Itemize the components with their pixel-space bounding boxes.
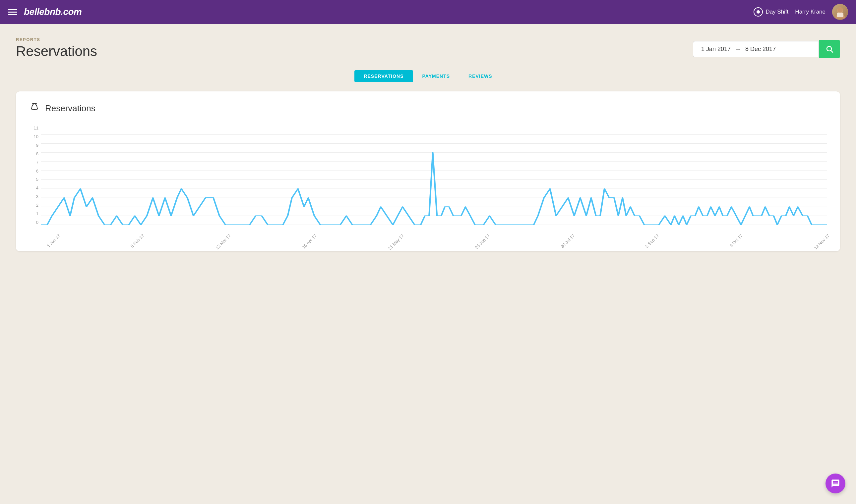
page-header: REPORTS Reservations 1 Jan 2017 → 8 Dec … [16,37,840,59]
chart-svg [41,126,827,225]
bell-icon [29,102,40,115]
tabs-row: RESERVATIONS PAYMENTS REVIEWS [16,70,840,82]
tab-reservations[interactable]: RESERVATIONS [355,70,413,82]
search-icon [825,45,834,53]
sun-icon [754,7,763,17]
app-header: bellebnb.com Day Shift Harry Krane [0,0,856,24]
svg-rect-6 [33,109,35,110]
chat-fab-button[interactable] [825,473,845,493]
search-button[interactable] [819,40,840,58]
date-end: 8 Dec 2017 [745,46,776,53]
chart-area: 0 1 2 3 4 5 6 7 8 9 10 11 [29,126,827,238]
menu-button[interactable] [8,9,17,15]
breadcrumb: REPORTS [16,37,97,42]
svg-rect-3 [837,13,843,17]
date-arrow-icon: → [735,46,741,53]
chart-header: Reservations [29,102,827,115]
chart-card: Reservations 0 1 2 3 4 5 6 7 8 9 10 11 [16,91,840,251]
avatar[interactable] [832,4,848,20]
date-search-block: 1 Jan 2017 → 8 Dec 2017 [693,40,840,58]
svg-line-5 [831,51,833,53]
divider [16,62,840,62]
date-range-picker[interactable]: 1 Jan 2017 → 8 Dec 2017 [693,41,819,57]
user-name: Harry Krane [795,8,825,15]
x-axis: 1 Jan 17 5 Feb 17 12 Mar 17 16 Apr 17 21… [41,225,827,238]
main-content: REPORTS Reservations 1 Jan 2017 → 8 Dec … [0,24,856,265]
chat-icon [831,479,840,488]
mode-label: Day Shift [766,8,788,15]
date-start: 1 Jan 2017 [701,46,731,53]
chart-title: Reservations [45,103,96,113]
page-title: Reservations [16,43,97,59]
avatar-image [834,5,847,19]
svg-point-2 [837,7,843,13]
tab-reviews[interactable]: REVIEWS [459,70,501,82]
y-axis: 0 1 2 3 4 5 6 7 8 9 10 11 [29,126,38,225]
logo: bellebnb.com [24,7,82,17]
tab-payments[interactable]: PAYMENTS [413,70,459,82]
day-shift-toggle[interactable]: Day Shift [754,7,788,17]
